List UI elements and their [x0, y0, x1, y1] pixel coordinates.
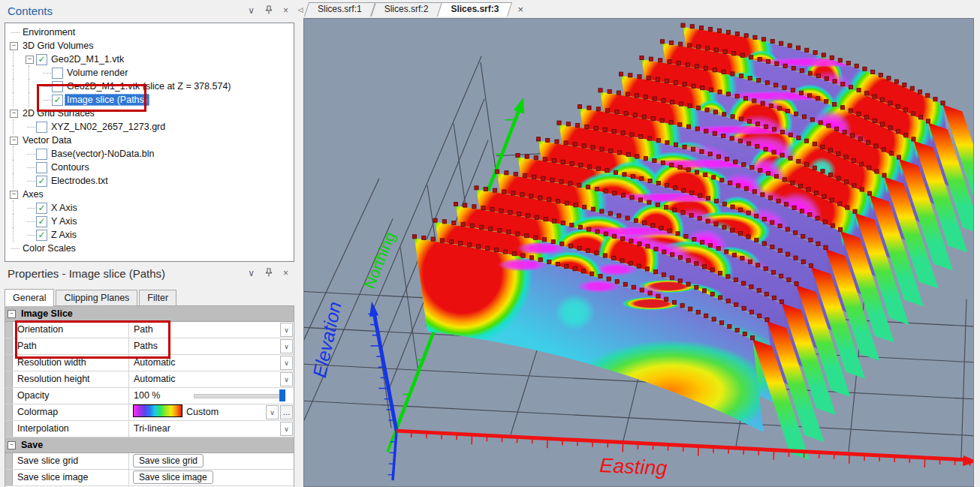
viewport-3d[interactable]: EastingNorthingElevation	[303, 18, 974, 487]
property-row-gutter	[5, 453, 13, 469]
tab-slices-srf-1[interactable]: Slices.srf:1	[306, 2, 373, 17]
tab-close-icon[interactable]: ×	[517, 5, 523, 14]
colormap-more-button[interactable]: …	[280, 405, 293, 419]
property-value[interactable]: Path∨	[129, 322, 294, 338]
tree-item-xyz-ln02-2657-1273-grd[interactable]: XYZ_LN02_2657_1273.grd	[5, 120, 294, 134]
save-slice-image-button[interactable]: Save slice image	[133, 470, 213, 484]
close-icon[interactable]: ×	[283, 6, 288, 15]
tree-item-geo2d-m1-1-vtk[interactable]: −✓Geo2D_M1_1.vtk	[5, 53, 294, 66]
dropdown-chevron-icon[interactable]: ∨	[266, 405, 279, 419]
tree-expander-icon[interactable]: −	[26, 56, 34, 64]
tree-guide-line	[29, 79, 29, 94]
tree-item-label: Base(vector)-NoData.bln	[49, 148, 157, 160]
property-value[interactable]: Automatic∨	[129, 355, 294, 371]
dropdown-chevron-icon[interactable]: ∨	[280, 339, 293, 353]
tree-checkbox-contours[interactable]	[36, 162, 47, 173]
property-value[interactable]: Tri-linear∨	[129, 421, 294, 437]
tree-guide-stub	[27, 181, 35, 182]
tab-slices-srf-2[interactable]: Slices.srf:2	[373, 2, 440, 17]
property-row-gutter	[5, 470, 13, 485]
tree-checkbox-geo2d-m1-1-vtk[interactable]: ✓	[36, 54, 47, 65]
tree-item-volume-render[interactable]: Volume render	[5, 66, 294, 80]
tree-item-vector-data[interactable]: −Vector Data	[5, 134, 294, 147]
property-value[interactable]: 100 %	[129, 388, 294, 404]
pin-icon[interactable]	[265, 268, 273, 278]
tree-item-color-scales[interactable]: Color Scales	[5, 242, 294, 255]
tree-guide-stub	[27, 235, 35, 236]
property-label: Resolution height	[13, 371, 129, 387]
tree-item-contours[interactable]: Contours	[5, 161, 294, 174]
section-header-image-slice[interactable]: −Image Slice	[5, 306, 294, 322]
tree-checkbox-z-axis[interactable]: ✓	[36, 230, 47, 241]
tree-checkbox-image-slice-paths[interactable]: ✓	[52, 95, 63, 106]
tree-item-label: Image slice (Paths)	[65, 94, 149, 106]
opacity-slider-handle[interactable]	[279, 389, 285, 401]
tab-clipping-planes[interactable]: Clipping Planes	[56, 290, 137, 305]
property-label: Resolution width	[13, 355, 129, 371]
dropdown-chevron-icon[interactable]: ∨	[280, 356, 293, 370]
close-icon[interactable]: ×	[283, 269, 288, 278]
tree-item-2d-grid-surfaces[interactable]: −2D Grid Surfaces	[5, 107, 294, 120]
tree-guide-line	[13, 119, 14, 134]
tree-expander-icon[interactable]: −	[10, 42, 18, 50]
section-header-save[interactable]: −Save	[5, 437, 294, 453]
property-label: Path	[13, 338, 129, 354]
property-label: Save slice image	[13, 470, 129, 485]
opacity-slider-track[interactable]	[194, 394, 283, 398]
tree-item-x-axis[interactable]: ✓X Axis	[5, 201, 294, 215]
tree-item-base-vector-nodata-bln[interactable]: Base(vector)-NoData.bln	[5, 147, 294, 161]
tree-item-label: XYZ_LN02_2657_1273.grd	[49, 121, 167, 133]
tree-item-geo2d-m1-1-vtk-slice-at-z-378-574[interactable]: Geo2D_M1_1.vtk (slice at Z = 378.574)	[5, 80, 294, 93]
tree-item-z-axis[interactable]: ✓Z Axis	[5, 228, 294, 242]
section-collapse-icon[interactable]: −	[8, 310, 16, 318]
tree-checkbox-base-vector-nodata-bln[interactable]	[36, 149, 47, 160]
property-value[interactable]: Automatic∨	[129, 371, 294, 387]
colormap-swatch[interactable]	[133, 404, 182, 417]
tree-checkbox-geo2d-m1-1-vtk-slice-at-z-378-574[interactable]	[52, 81, 63, 92]
collapse-chevron-icon[interactable]: ∨	[248, 6, 255, 15]
tree-checkbox-volume-render[interactable]	[52, 68, 63, 79]
tab-slices-srf-3[interactable]: Slices.srf:3	[439, 2, 510, 17]
dropdown-chevron-icon[interactable]: ∨	[280, 422, 293, 436]
tree-checkbox-y-axis[interactable]: ✓	[36, 216, 47, 227]
tree-item-3d-grid-volumes[interactable]: −3D Grid Volumes	[5, 39, 294, 53]
contents-panel-title: Contents	[0, 5, 53, 17]
dropdown-chevron-icon[interactable]: ∨	[280, 372, 293, 386]
tab-label: Slices.srf:1	[318, 4, 362, 14]
tab-label: Slices.srf:2	[384, 4, 429, 14]
property-value[interactable]: Save slice grid	[129, 453, 294, 469]
property-label: Interpolation	[13, 421, 129, 437]
property-value[interactable]: Save slice image	[129, 470, 294, 485]
property-value[interactable]: Custom∨…	[129, 404, 294, 420]
tree-guide-stub	[11, 32, 20, 33]
tree-item-y-axis[interactable]: ✓Y Axis	[5, 215, 294, 228]
property-value[interactable]: Paths∨	[129, 338, 294, 354]
dropdown-chevron-icon[interactable]: ∨	[280, 323, 293, 337]
tree-guide-stub	[27, 167, 35, 168]
property-row-gutter	[5, 355, 13, 371]
property-label: Opacity	[13, 388, 129, 404]
tree-item-electrodes-txt[interactable]: ✓Electrodes.txt	[5, 174, 294, 188]
tree-checkbox-xyz-ln02-2657-1273-grd[interactable]	[36, 122, 47, 133]
property-label: Save slice grid	[13, 453, 129, 469]
tree-expander-icon[interactable]: −	[10, 110, 18, 118]
tree-item-axes[interactable]: −Axes	[5, 188, 294, 201]
save-slice-grid-button[interactable]: Save slice grid	[133, 454, 204, 467]
tree-checkbox-electrodes-txt[interactable]: ✓	[36, 176, 47, 187]
section-collapse-icon[interactable]: −	[8, 441, 16, 449]
tree-guide-line	[13, 173, 14, 188]
tree-item-label: Contours	[49, 161, 92, 173]
tree-expander-icon[interactable]: −	[10, 191, 18, 199]
collapse-chevron-icon[interactable]: ∨	[248, 269, 255, 278]
properties-header-icons: ∨ ×	[248, 263, 288, 284]
tab-general[interactable]: General	[5, 289, 54, 306]
pin-icon[interactable]	[265, 5, 273, 16]
tab-filter[interactable]: Filter	[139, 290, 176, 305]
tree-item-image-slice-paths[interactable]: ✓Image slice (Paths)	[5, 93, 294, 107]
property-row-gutter	[5, 371, 13, 387]
tree-expander-icon[interactable]: −	[10, 137, 18, 145]
tree-item-environment[interactable]: Environment	[5, 26, 294, 39]
tree-guide-line	[13, 52, 14, 67]
tree-checkbox-x-axis[interactable]: ✓	[36, 203, 47, 214]
property-row-resolution-height: Resolution heightAutomatic∨	[5, 371, 294, 388]
